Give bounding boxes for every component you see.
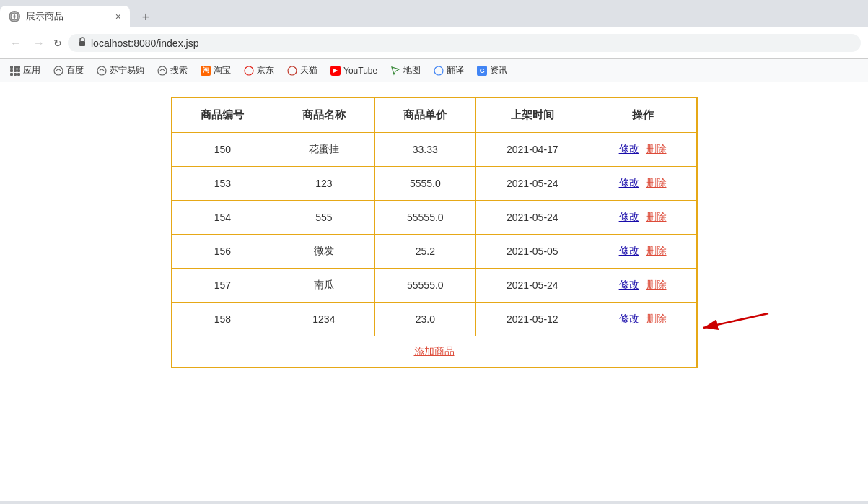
cell-price: 5555.0 — [374, 167, 475, 201]
forward-button[interactable]: → — [30, 35, 48, 51]
browser-window: 展示商品 × + ← → ↻ localhost:8080/index.jsp … — [0, 0, 868, 504]
delete-link-5[interactable]: 删除 — [646, 313, 667, 324]
bookmarks-bar: 应用 百度 苏宁易购 搜索 淘 淘宝 京东 — [0, 59, 868, 82]
modify-link-2[interactable]: 修改 — [619, 211, 639, 222]
table-row: 150 花蜜挂 33.33 2021-04-17 修改 删除 — [172, 133, 697, 167]
table-wrapper: 商品编号 商品名称 商品单价 上架时间 操作 150 花蜜挂 33.33 202 — [14, 97, 854, 368]
bookmark-jd[interactable]: 京东 — [241, 63, 277, 78]
cell-price: 55555.0 — [374, 201, 475, 235]
cell-price: 23.0 — [374, 303, 475, 336]
svg-marker-7 — [392, 67, 399, 74]
bookmark-tianmao[interactable]: 天猫 — [284, 63, 320, 78]
bookmark-suning-label: 苏宁易购 — [110, 64, 144, 77]
add-product-link[interactable]: 添加商品 — [414, 345, 455, 357]
tab-close-button[interactable]: × — [115, 11, 121, 22]
cell-actions: 修改 删除 — [589, 269, 696, 303]
cell-date: 2021-05-24 — [476, 201, 589, 235]
cell-date: 2021-05-12 — [476, 303, 589, 336]
cell-actions: 修改 删除 — [589, 133, 696, 167]
bookmark-suning[interactable]: 苏宁易购 — [94, 63, 147, 78]
bookmark-youtube[interactable]: ▶ YouTube — [328, 64, 380, 77]
page-content: 商品编号 商品名称 商品单价 上架时间 操作 150 花蜜挂 33.33 202 — [0, 82, 868, 501]
cell-date: 2021-04-17 — [476, 133, 589, 167]
table-header-row: 商品编号 商品名称 商品单价 上架时间 操作 — [172, 97, 697, 133]
table-row: 154 555 55555.0 2021-05-24 修改 删除 — [172, 201, 697, 235]
cell-actions: 修改 删除 — [589, 201, 696, 235]
refresh-button[interactable]: ↻ — [53, 38, 62, 49]
suning-icon — [97, 66, 107, 76]
bookmark-map[interactable]: 地图 — [387, 63, 424, 78]
tab-favicon — [9, 11, 20, 22]
bookmark-news[interactable]: G 资讯 — [474, 63, 510, 78]
back-button[interactable]: ← — [7, 35, 25, 51]
svg-point-5 — [245, 66, 253, 75]
cell-actions: 修改 删除 — [589, 167, 696, 201]
bookmark-tianmao-label: 天猫 — [300, 64, 317, 77]
delete-link-1[interactable]: 删除 — [646, 177, 667, 188]
bookmark-baidu-label: 百度 — [66, 64, 84, 77]
map-icon — [390, 66, 400, 76]
table-row: 156 微发 25.2 2021-05-05 修改 删除 — [172, 235, 697, 269]
delete-link-2[interactable]: 删除 — [646, 211, 667, 222]
svg-point-4 — [158, 66, 167, 75]
cell-name: 微发 — [273, 235, 374, 269]
table-row: 153 123 5555.0 2021-05-24 修改 删除 — [172, 167, 697, 201]
url-text: localhost:8080/index.jsp — [91, 38, 198, 49]
tab-title: 展示商品 — [26, 10, 110, 23]
translate-icon — [434, 66, 444, 76]
active-tab[interactable]: 展示商品 × — [0, 6, 130, 27]
taobao-icon: 淘 — [201, 66, 211, 76]
baidu-icon — [53, 66, 63, 76]
new-tab-button[interactable]: + — [136, 7, 156, 27]
bookmark-jd-label: 京东 — [257, 64, 274, 77]
delete-link-0[interactable]: 删除 — [646, 143, 667, 155]
svg-point-2 — [54, 66, 63, 75]
add-product-cell: 添加商品 — [172, 336, 697, 368]
bookmark-search-label: 搜索 — [170, 64, 188, 77]
cell-date: 2021-05-24 — [476, 167, 589, 201]
modify-link-0[interactable]: 修改 — [619, 143, 639, 155]
svg-line-10 — [703, 313, 768, 328]
table-container: 商品编号 商品名称 商品单价 上架时间 操作 150 花蜜挂 33.33 202 — [171, 97, 698, 368]
apps-icon — [10, 66, 20, 76]
cell-name: 1234 — [273, 303, 374, 336]
modify-link-5[interactable]: 修改 — [619, 313, 639, 324]
cell-id: 153 — [172, 167, 273, 201]
bookmark-translate[interactable]: 翻译 — [431, 63, 467, 78]
bookmark-map-label: 地图 — [403, 64, 421, 77]
bookmark-taobao-label: 淘宝 — [214, 64, 231, 77]
delete-link-4[interactable]: 删除 — [646, 279, 667, 290]
cell-actions: 修改 删除 — [589, 235, 696, 269]
add-product-row: 添加商品 — [172, 336, 697, 368]
table-row: 157 南瓜 55555.0 2021-05-24 修改 删除 — [172, 269, 697, 303]
cell-price: 25.2 — [374, 235, 475, 269]
tab-bar: 展示商品 × + — [0, 0, 868, 27]
bookmark-search[interactable]: 搜索 — [154, 63, 190, 78]
modify-link-1[interactable]: 修改 — [619, 177, 639, 188]
cell-price: 33.33 — [374, 133, 475, 167]
cell-id: 154 — [172, 201, 273, 235]
youtube-icon: ▶ — [330, 66, 341, 76]
cell-id: 158 — [172, 303, 273, 336]
url-input[interactable]: localhost:8080/index.jsp — [68, 34, 861, 52]
bookmark-apps[interactable]: 应用 — [7, 63, 43, 78]
col-header-action: 操作 — [589, 97, 696, 133]
bookmark-news-label: 资讯 — [490, 64, 507, 77]
address-bar: ← → ↻ localhost:8080/index.jsp — [0, 27, 868, 59]
col-header-price: 商品单价 — [374, 97, 475, 133]
svg-point-6 — [288, 66, 297, 75]
cell-date: 2021-05-05 — [476, 235, 589, 269]
cell-id: 150 — [172, 133, 273, 167]
bookmark-baidu[interactable]: 百度 — [51, 63, 87, 78]
delete-link-3[interactable]: 删除 — [646, 245, 667, 256]
svg-point-3 — [97, 66, 106, 75]
modify-link-4[interactable]: 修改 — [619, 279, 639, 290]
modify-link-3[interactable]: 修改 — [619, 245, 639, 256]
bookmark-translate-label: 翻译 — [447, 64, 464, 77]
search-globe-icon — [157, 66, 167, 76]
product-table: 商品编号 商品名称 商品单价 上架时间 操作 150 花蜜挂 33.33 202 — [171, 97, 698, 368]
cell-price: 55555.0 — [374, 269, 475, 303]
bookmark-taobao[interactable]: 淘 淘宝 — [198, 63, 234, 78]
col-header-date: 上架时间 — [476, 97, 589, 133]
col-header-name: 商品名称 — [273, 97, 374, 133]
